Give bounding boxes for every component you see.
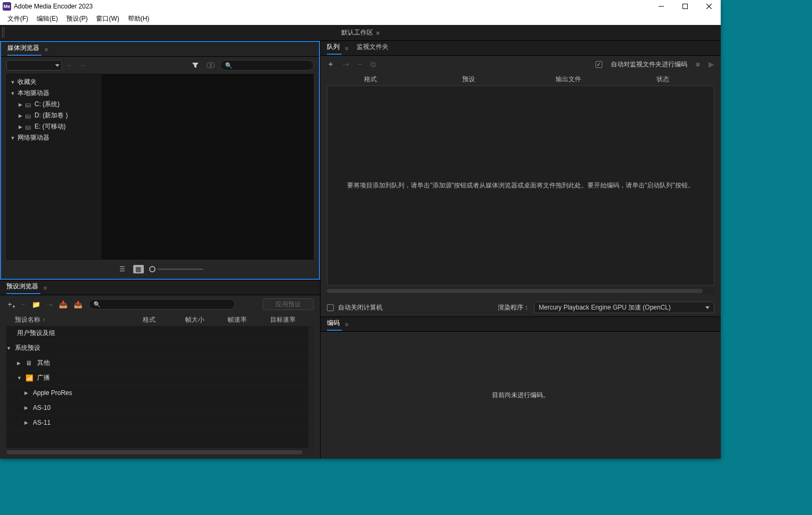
panel-menu-icon[interactable]: ≡	[345, 45, 348, 52]
renderer-label: 渲染程序：	[498, 303, 530, 312]
col-preset[interactable]: 预设	[413, 75, 524, 84]
tab-preset-browser[interactable]: 预设浏览器	[6, 282, 40, 294]
remove-button[interactable]: −	[358, 60, 362, 68]
workspace-label[interactable]: 默认工作区	[341, 28, 373, 37]
zoom-knob-icon	[149, 266, 156, 272]
media-tree[interactable]: ▼收藏夹 ▼本地驱动器 ▶🖴C: (系统) ▶🖴D: (新加卷 ) ▶🖴E: (…	[7, 74, 101, 259]
menu-preset[interactable]: 预设(P)	[62, 13, 92, 24]
queue-hscrollbar[interactable]	[327, 288, 714, 294]
tab-media-browser[interactable]: 媒体浏览器	[7, 44, 41, 55]
ingest-icon[interactable]	[204, 62, 217, 68]
preset-prores[interactable]: Apple ProRes	[33, 389, 72, 397]
preset-settings-button[interactable]: ⇢	[47, 301, 53, 308]
add-preset-button[interactable]: ＋▾	[6, 299, 15, 310]
chevron-down-icon	[705, 306, 710, 309]
menu-file[interactable]: 文件(F)	[3, 13, 32, 24]
preset-browser-panel: 预设浏览器 ≡ ＋▾ − 📁 ⇢ 📥 📤 🔍	[0, 280, 320, 459]
start-queue-button[interactable]: ▶	[709, 60, 714, 68]
search-icon: 🔍	[225, 62, 232, 69]
preset-list[interactable]: 用户预设及组 ▼系统预设 ▶🖥其他 ▼📶广播 ▶Apple ProRes ▶AS…	[6, 326, 315, 448]
col-format[interactable]: 格式	[328, 75, 413, 84]
col-format[interactable]: 格式	[143, 315, 185, 324]
preset-search-input[interactable]: 🔍	[89, 299, 235, 310]
encode-panel: 编码 ≡ 目前尚未进行编码。	[321, 316, 721, 459]
col-target[interactable]: 目标速率	[270, 315, 313, 324]
workspace-bar: 默认工作区 ≡	[0, 25, 721, 41]
col-output[interactable]: 输出文件	[524, 75, 612, 84]
preset-other[interactable]: 其他	[37, 358, 50, 367]
add-output-button[interactable]: ⇢	[343, 60, 349, 68]
panel-menu-icon[interactable]: ≡	[45, 46, 48, 53]
grip-icon	[2, 27, 5, 38]
list-view-button[interactable]: ☰	[117, 265, 128, 273]
col-status[interactable]: 状态	[612, 75, 713, 84]
filter-icon[interactable]	[189, 62, 201, 69]
renderer-value: Mercury Playback Engine GPU 加速 (OpenCL)	[539, 303, 671, 312]
menu-window[interactable]: 窗口(W)	[92, 13, 123, 24]
tree-drive-e[interactable]: E: (可移动)	[34, 122, 66, 131]
menubar: 文件(F) 编辑(E) 预设(P) 窗口(W) 帮助(H)	[0, 13, 721, 25]
tree-drive-d[interactable]: D: (新加卷 )	[34, 111, 68, 120]
stop-queue-button[interactable]: ■	[696, 60, 700, 68]
workspace-menu-icon[interactable]: ≡	[376, 30, 379, 36]
new-group-button[interactable]: 📁	[32, 301, 40, 308]
drive-icon: 🖴	[25, 101, 32, 108]
tab-encode[interactable]: 编码	[327, 319, 342, 330]
duplicate-button[interactable]: ⧉	[370, 60, 376, 69]
preset-broadcast[interactable]: 广播	[37, 373, 50, 382]
preset-as10[interactable]: AS-10	[33, 404, 50, 411]
export-preset-button[interactable]: 📤	[74, 301, 82, 308]
drive-icon: 🖴	[25, 113, 32, 119]
app-window: Me Adobe Media Encoder 2023 文件(F) 编辑(E) …	[0, 0, 721, 459]
nav-forward-icon[interactable]: →	[78, 61, 88, 70]
auto-encode-label: 自动对监视文件夹进行编码	[611, 60, 687, 69]
tab-queue[interactable]: 队列	[327, 42, 342, 54]
device-icon: 🖥	[25, 359, 34, 367]
add-source-button[interactable]: ＋	[327, 59, 334, 69]
preset-user-group[interactable]: 用户预设及组	[17, 329, 55, 338]
broadcast-icon: 📶	[25, 374, 34, 382]
preset-system[interactable]: 系统预设	[15, 344, 40, 353]
path-dropdown[interactable]	[6, 60, 62, 71]
panel-menu-icon[interactable]: ≡	[345, 321, 348, 328]
remove-preset-button[interactable]: −	[21, 301, 25, 308]
col-framerate[interactable]: 帧速率	[228, 315, 270, 324]
tree-local-drives[interactable]: 本地驱动器	[18, 89, 49, 98]
nav-back-icon[interactable]: ←	[65, 61, 75, 70]
search-icon: 🔍	[93, 301, 101, 308]
media-browser-panel: 媒体浏览器 ≡ ← →	[0, 41, 320, 280]
col-framesize[interactable]: 帧大小	[185, 315, 228, 324]
zoom-slider[interactable]	[149, 266, 203, 272]
close-button[interactable]	[697, 0, 721, 13]
queue-drop-area[interactable]: 要将项目添加到队列，请单击"添加源"按钮或者从媒体浏览器或桌面将文件拖到此处。要…	[327, 85, 714, 286]
menu-help[interactable]: 帮助(H)	[124, 13, 154, 24]
chevron-down-icon	[55, 64, 59, 67]
drive-icon: 🖴	[25, 124, 32, 130]
tree-favorites[interactable]: 收藏夹	[18, 78, 37, 87]
queue-drop-hint: 要将项目添加到队列，请单击"添加源"按钮或者从媒体浏览器或桌面将文件拖到此处。要…	[347, 181, 694, 190]
window-title: Adobe Media Encoder 2023	[14, 3, 649, 10]
tree-drive-c[interactable]: C: (系统)	[34, 100, 59, 109]
queue-column-headers: 格式 预设 输出文件 状态	[321, 73, 721, 85]
media-preview-area	[101, 74, 313, 259]
renderer-dropdown[interactable]: Mercury Playback Engine GPU 加速 (OpenCL)	[534, 302, 714, 313]
tree-network-drives[interactable]: 网络驱动器	[18, 133, 49, 142]
auto-shutdown-label: 自动关闭计算机	[338, 303, 383, 312]
menu-edit[interactable]: 编辑(E)	[32, 13, 62, 24]
media-search-input[interactable]: 🔍	[220, 60, 314, 71]
import-preset-button[interactable]: 📥	[59, 301, 67, 308]
col-preset-name[interactable]: 预设名称	[15, 315, 40, 324]
encode-status: 目前尚未进行编码。	[492, 391, 549, 400]
preset-column-headers: 预设名称↑ 格式 帧大小 帧速率 目标速率	[0, 313, 320, 326]
svg-point-5	[210, 63, 214, 68]
auto-encode-checkbox[interactable]	[595, 61, 602, 68]
preset-hscrollbar[interactable]	[6, 449, 315, 456]
maximize-button[interactable]	[673, 0, 697, 13]
apply-preset-button[interactable]: 应用预设	[263, 298, 314, 310]
preset-as11[interactable]: AS-11	[33, 419, 50, 426]
tab-watch-folders[interactable]: 监视文件夹	[357, 42, 391, 54]
minimize-button[interactable]	[649, 0, 673, 13]
panel-menu-icon[interactable]: ≡	[44, 285, 47, 291]
thumb-view-button[interactable]: ▦	[133, 265, 144, 273]
auto-shutdown-checkbox[interactable]	[327, 304, 334, 311]
